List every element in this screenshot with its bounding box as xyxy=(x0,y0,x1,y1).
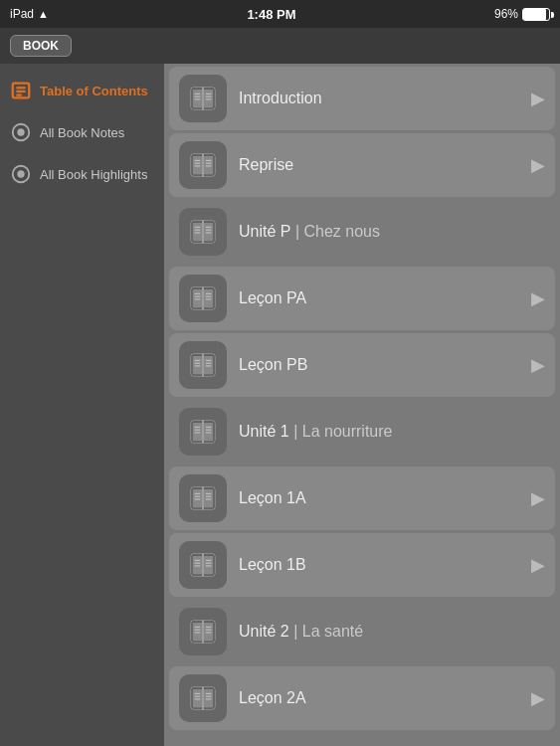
svg-rect-108 xyxy=(193,689,202,708)
chevron-right-icon: ▶ xyxy=(531,287,545,309)
chapter-title: Leçon 1A xyxy=(239,489,525,507)
chevron-right-icon: ▶ xyxy=(531,687,545,709)
battery-fill xyxy=(523,9,546,20)
carrier-label: iPad xyxy=(10,7,34,21)
sidebar-item-toc[interactable]: Table of Contents xyxy=(0,70,164,111)
chapter-icon xyxy=(179,474,227,522)
sidebar: Table of Contents All Book Notes All Boo… xyxy=(0,64,164,746)
svg-rect-10 xyxy=(204,90,213,108)
battery-bar xyxy=(522,8,550,21)
svg-rect-54 xyxy=(204,356,213,375)
svg-rect-32 xyxy=(204,223,213,242)
chapter-icon xyxy=(179,541,227,589)
chapter-item[interactable]: Leçon 1B▶ xyxy=(169,533,555,597)
chapter-title: Leçon PA xyxy=(239,289,525,307)
svg-rect-43 xyxy=(204,289,213,308)
svg-rect-97 xyxy=(193,623,202,642)
chapter-title: Introduction xyxy=(239,90,525,107)
chapter-title: Unité P | Chez nous xyxy=(239,223,545,241)
sidebar-toc-label: Table of Contents xyxy=(40,84,148,98)
chevron-right-icon: ▶ xyxy=(531,487,545,509)
main-layout: Table of Contents All Book Notes All Boo… xyxy=(0,64,560,746)
svg-rect-42 xyxy=(193,289,202,308)
content-area: Introduction▶ Reprise▶ Unité P | Chez no… xyxy=(164,64,560,746)
wifi-icon: ▲ xyxy=(38,8,49,20)
highlight-icon xyxy=(10,163,32,185)
chapter-title: Unité 1 | La nourriture xyxy=(239,423,545,441)
chevron-right-icon: ▶ xyxy=(531,154,545,176)
note-icon xyxy=(10,121,32,143)
status-bar: iPad ▲ 1:48 PM 96% xyxy=(0,0,560,28)
chapter-title: Leçon 2A xyxy=(239,689,525,707)
chapter-icon xyxy=(179,141,227,189)
svg-rect-87 xyxy=(204,556,213,575)
chevron-right-icon: ▶ xyxy=(531,354,545,376)
svg-rect-98 xyxy=(204,623,213,642)
chapter-item[interactable]: Leçon 2A▶ xyxy=(169,666,555,730)
svg-rect-76 xyxy=(204,489,213,508)
status-right: 96% xyxy=(494,7,550,21)
chapter-icon xyxy=(179,208,227,256)
svg-rect-53 xyxy=(193,356,202,375)
chapter-title: Reprise xyxy=(239,156,525,174)
chevron-right-icon: ▶ xyxy=(531,554,545,576)
svg-point-5 xyxy=(18,129,24,135)
chapter-item: Unité P | Chez nous xyxy=(169,200,555,264)
chapter-icon xyxy=(179,674,227,722)
chevron-right-icon: ▶ xyxy=(531,88,545,109)
svg-rect-21 xyxy=(204,156,213,175)
svg-rect-64 xyxy=(193,423,202,442)
chapter-icon xyxy=(179,608,227,655)
chapter-item: Unité 1 | La nourriture xyxy=(169,400,555,464)
sidebar-item-notes[interactable]: All Book Notes xyxy=(0,111,164,153)
chapter-icon xyxy=(179,341,227,389)
status-time: 1:48 PM xyxy=(247,7,295,22)
chapter-item[interactable]: Leçon PB▶ xyxy=(169,333,555,397)
chapter-item[interactable]: Leçon 1A▶ xyxy=(169,466,555,530)
chapter-icon xyxy=(179,408,227,456)
svg-rect-109 xyxy=(204,689,213,708)
svg-rect-65 xyxy=(204,423,213,442)
svg-rect-9 xyxy=(193,90,202,108)
chapter-item: Unité 2 | La santé xyxy=(169,600,555,663)
top-nav: BOOK xyxy=(0,28,560,64)
svg-rect-86 xyxy=(193,556,202,575)
chapter-icon xyxy=(179,275,227,322)
chapter-item[interactable]: Introduction▶ xyxy=(169,67,555,130)
status-left: iPad ▲ xyxy=(10,7,49,21)
svg-rect-75 xyxy=(193,489,202,508)
sidebar-notes-label: All Book Notes xyxy=(40,125,124,140)
sidebar-highlights-label: All Book Highlights xyxy=(40,167,147,182)
battery-percent: 96% xyxy=(494,7,518,21)
chapter-title: Leçon 1B xyxy=(239,556,525,574)
chapter-title: Unité 2 | La santé xyxy=(239,623,545,641)
svg-rect-31 xyxy=(193,223,202,242)
chapter-title: Leçon PB xyxy=(239,356,525,374)
chapter-item[interactable]: Reprise▶ xyxy=(169,133,555,197)
list-icon xyxy=(10,80,32,101)
book-button[interactable]: BOOK xyxy=(10,35,72,57)
chapter-item[interactable]: Leçon PA▶ xyxy=(169,267,555,330)
chapter-icon xyxy=(179,75,227,122)
svg-rect-20 xyxy=(193,156,202,175)
svg-point-7 xyxy=(18,171,24,177)
sidebar-item-highlights[interactable]: All Book Highlights xyxy=(0,153,164,195)
